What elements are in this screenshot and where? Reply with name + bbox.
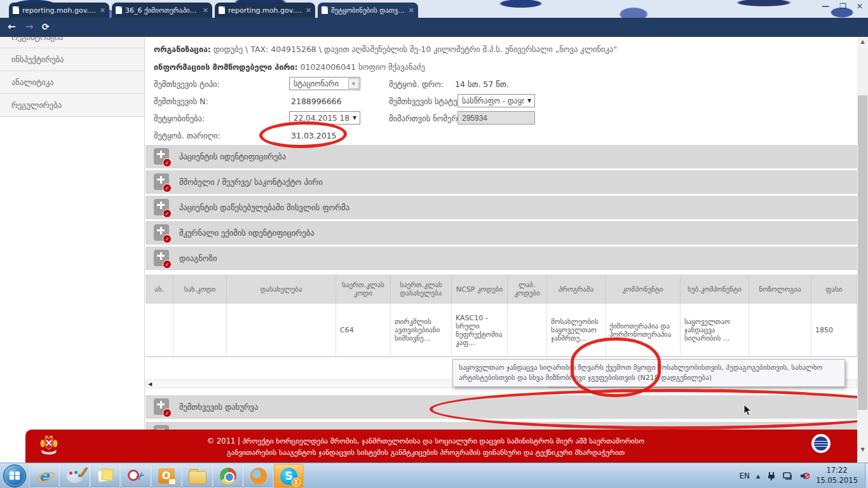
tab-close-icon[interactable]: ✕ (203, 7, 208, 14)
accordion-case-closure[interactable]: ✓ შემთხვევის დახურვა (146, 395, 857, 419)
chevron-down-icon[interactable]: ▼ (349, 115, 360, 121)
case-status-select[interactable]: სასწრაფო - დაყო▼ (458, 94, 535, 107)
referral-number-input[interactable] (458, 111, 535, 125)
window-restore-icon[interactable]: ❐ (839, 2, 846, 11)
vertical-scrollbar[interactable]: ▲ ▼ (857, 37, 868, 463)
sidebar-nav: რეგისტრაცია ინსპექტირება ანალიტიკა რეგულ… (0, 37, 145, 463)
clock-date: 15.05.2015 (816, 476, 858, 486)
network-icon[interactable] (783, 471, 793, 481)
case-number-label: შემთხვევის N: (154, 97, 208, 106)
sidebar-item-regulation[interactable]: რეგულირება (0, 94, 144, 117)
taskbar-file-explorer[interactable] (182, 464, 212, 488)
accordion-parent-guardian[interactable]: ✓ მშობელი / მეურვე/ საკონტაქტო პირი (146, 170, 857, 194)
check-badge-icon: ✓ (163, 409, 172, 417)
taskbar-sticky-notes[interactable] (90, 464, 120, 488)
internet-explorer-icon: e (39, 467, 49, 485)
page-icon (322, 6, 328, 14)
sticky-notes-icon (98, 469, 113, 483)
table-data-row[interactable]: C64 თირკმლის ავთვისებიანი სიმსივნე... KA… (146, 304, 857, 357)
tab-close-icon[interactable]: ✕ (100, 7, 105, 14)
main-content: ორგანიზაცია: დიდუბე \ TAX: 404915268 \ დ… (146, 37, 857, 463)
window-close-icon[interactable]: ✕ (857, 2, 863, 11)
paint-palette-icon (67, 469, 83, 483)
chrome-icon (220, 468, 236, 484)
back-button[interactable]: ← (8, 22, 16, 32)
expand-plus-icon[interactable]: ✓ (154, 199, 169, 215)
tab-close-icon[interactable]: ✕ (306, 7, 311, 14)
accordion-doctor-identification[interactable]: ✓ მკურნალი ექიმის იდენტიფიცირება (146, 221, 857, 245)
case-type-label: შემთხვევის ტიპი: (154, 79, 220, 89)
expand-plus-icon[interactable]: ✓ (154, 173, 169, 190)
expand-plus-icon[interactable]: ✓ (154, 224, 169, 241)
browser-tab-2[interactable]: 36_6 ქიმიოთერაპია და ჰ ✕ (112, 3, 212, 18)
vertical-scroll-thumb[interactable] (858, 95, 867, 410)
skype-notification-badge: 1 (292, 478, 301, 487)
accordion-arrival-form[interactable]: ✓ პაციენტის დაწესებულებაში მისვლის ფორმა (146, 196, 857, 219)
notif-time-value: 14 სთ. 57 წთ. (455, 79, 509, 89)
chevron-down-icon[interactable]: ∨ (348, 78, 359, 89)
tray-expand-icon[interactable]: ▲ (756, 473, 760, 479)
provider-line: ინფორმაციის მომწოდებელი პირი: 0102400604… (154, 62, 425, 72)
notif-date-label: შეტყობ. თარიღი: (154, 131, 220, 140)
check-badge-icon: ✓ (163, 234, 172, 243)
taskbar-outlook[interactable]: O (151, 464, 181, 488)
scroll-left-icon[interactable]: ◀ (148, 381, 152, 387)
expand-plus-icon[interactable]: ✓ (154, 148, 169, 165)
scroll-down-icon[interactable]: ▼ (857, 445, 868, 455)
taskbar-chrome[interactable] (213, 464, 243, 488)
language-indicator[interactable]: EN (739, 471, 750, 480)
browser-tab-3[interactable]: reporting.moh.gov.ge/Re ✕ (215, 3, 315, 18)
footer-line-1: © 2011 | პროექტი ხორციელდება შრომის, ჯან… (89, 435, 763, 447)
window-minimize-icon[interactable]: — (822, 2, 829, 11)
taskbar-paint[interactable] (60, 464, 90, 488)
notif-date-value: 31.03.2015 (291, 131, 337, 140)
expand-plus-icon[interactable]: ✓ (154, 398, 169, 415)
taskbar-skype-active[interactable]: S1 (274, 464, 304, 488)
taskbar-snipping-tool[interactable]: ✂ (121, 464, 151, 488)
snipping-tool-icon: ✂ (128, 468, 144, 484)
case-number-value: 2188996666 (291, 97, 342, 106)
sidebar-item-analytics[interactable]: ანალიტიკა (0, 71, 144, 94)
accordion-diagnosis[interactable]: ✓ დიაგნოზი (146, 247, 857, 270)
power-plug-icon[interactable] (766, 471, 776, 481)
expand-plus-icon[interactable]: ✓ (154, 250, 169, 266)
folder-icon (189, 471, 207, 484)
referral-number-label: მიმართვის ნომერი (389, 114, 462, 123)
chevron-down-icon[interactable]: ▼ (524, 98, 534, 104)
notif-time-label: შეტყობ. დრო: (389, 79, 444, 89)
windows-taskbar: e ✂ O S1 EN ▲ 17:22 15.05.2015 (0, 463, 868, 488)
taskbar-internet-explorer[interactable]: e (29, 464, 59, 488)
accordion-section-partial[interactable] (146, 422, 857, 430)
show-desktop-button[interactable] (865, 463, 868, 488)
diagnosis-table: ახ. სახ.კოდი დასახელება საერთ.კლას კოდი … (146, 274, 857, 357)
clock-time: 17:22 (816, 466, 858, 476)
page-footer: © 2011 | პროექტი ხორციელდება შრომის, ჯან… (25, 430, 862, 463)
forward-button[interactable]: → (25, 22, 34, 32)
subcomponent-tooltip: საყოველთაო ჯანდაცვა სიღარიბის ზღვარს ქვე… (452, 359, 845, 387)
web-page: რეგისტრაცია ინსპექტირება ანალიტიკა რეგულ… (0, 37, 868, 463)
volume-muted-icon[interactable] (799, 471, 810, 481)
system-tray: EN ▲ 17:22 15.05.2015 (739, 463, 864, 488)
case-type-select[interactable]: სტაციონარი∨ (289, 77, 360, 90)
browser-tab-1[interactable]: reporting.moh.gov.ge/Re ✕ (9, 3, 109, 18)
page-icon (219, 6, 225, 14)
taskbar-clock[interactable]: 17:22 15.05.2015 (816, 466, 864, 485)
start-button[interactable] (3, 464, 26, 487)
message-date-select[interactable]: 22.04.2015 18:50▼ (289, 111, 360, 125)
browser-toolbar: ← → ⟳ case.moh.gov.ge/CaseRegistration/P… (0, 18, 868, 37)
browser-tab-4-active[interactable]: შეტყობინების დათვალ ✕ (318, 3, 418, 18)
accordion-patient-identification[interactable]: ✓ პაციენტის იდენტიფიცირება (146, 145, 857, 168)
taskbar-firefox[interactable] (243, 464, 273, 488)
message-label: შეტყობინება: (154, 114, 205, 123)
organization-line: ორგანიზაცია: დიდუბე \ TAX: 404915268 \ დ… (154, 44, 617, 54)
scroll-up-icon[interactable]: ▲ (857, 37, 868, 47)
reload-button[interactable]: ⟳ (42, 22, 50, 32)
page-icon (116, 6, 122, 14)
tab-close-icon[interactable]: ✕ (409, 7, 414, 14)
sidebar-item-inspection[interactable]: ინსპექტირება (0, 48, 144, 71)
page-icon (13, 6, 19, 14)
sidebar-item-registration[interactable]: რეგისტრაცია (0, 37, 144, 48)
windows-logo-icon (10, 471, 20, 480)
tab-title: 36_6 ქიმიოთერაპია და ჰ (125, 6, 200, 15)
case-status-label: შემთხვევის სტატუსი: (389, 97, 468, 106)
